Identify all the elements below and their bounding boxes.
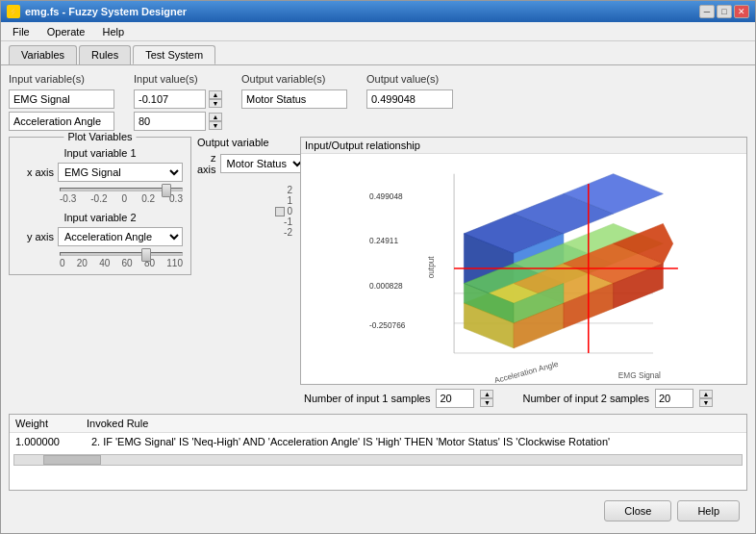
menu-bar: File Operate Help [1, 22, 755, 41]
emg-spin-down[interactable]: ▼ [209, 99, 222, 108]
input2-samples-input[interactable] [655, 389, 693, 408]
chart-svg-container: 0.499048 0.24911 0.000828 -0.250766 [301, 154, 746, 383]
emg-value-input[interactable] [134, 89, 206, 109]
svg-text:0.499048: 0.499048 [369, 192, 403, 201]
accel-spin-down[interactable]: ▼ [209, 121, 222, 130]
chart-svg: 0.499048 0.24911 0.000828 -0.250766 [301, 154, 746, 383]
plot-variables-box: Plot Variables Input variable 1 x axis E… [9, 137, 191, 275]
emg-value-spinner[interactable]: ▲ ▼ [209, 90, 222, 108]
window-controls: ─ □ ✕ [699, 5, 749, 18]
input1-samples-group: Number of input 1 samples ▲ ▼ [304, 389, 493, 408]
accel-spin-up[interactable]: ▲ [209, 113, 222, 121]
input-var2-section: Input variable 2 y axis Acceleration Ang… [17, 212, 183, 268]
plot-variables-title: Plot Variables [63, 131, 136, 142]
x-axis-label: x axis [17, 166, 54, 178]
menu-file[interactable]: File [5, 25, 38, 38]
input-variables-group: Input variable(s) [9, 73, 114, 131]
output-val-row [366, 89, 453, 109]
h-scroll-thumb[interactable] [43, 455, 101, 465]
menu-operate[interactable]: Operate [39, 25, 93, 38]
variables-panel: Input variable(s) Input value(s) ▲ [9, 73, 453, 131]
main-window: ⚡ emg.fs - Fuzzy System Designer ─ □ ✕ F… [0, 0, 756, 534]
tabs-bar: Variables Rules Test System [1, 41, 755, 64]
minimize-button[interactable]: ─ [699, 5, 715, 18]
input1-samples-spinner[interactable]: ▲ ▼ [480, 390, 493, 407]
output-var-input[interactable] [241, 89, 347, 109]
output-value-group: Output value(s) [366, 73, 453, 109]
help-button[interactable]: Help [677, 500, 740, 521]
input1-spin-up[interactable]: ▲ [480, 390, 493, 398]
x-axis-row: x axis EMG Signal Acceleration Angle [17, 163, 183, 182]
right-chart: Input/Output relationship 0.499048 0.249… [300, 137, 747, 408]
y-axis-slider-thumb[interactable] [141, 248, 151, 262]
y-axis-row: y axis Acceleration Angle EMG Signal [17, 227, 183, 246]
scale-indicator [275, 207, 285, 216]
svg-text:0.000828: 0.000828 [369, 282, 403, 291]
x-axis-slider-container: -0.3 -0.2 0 0.2 0.3 [60, 184, 183, 204]
input2-spin-up[interactable]: ▲ [699, 390, 713, 398]
output-z-panel: Output variable z axis Motor Status 2 1 [197, 137, 292, 275]
rules-scroll[interactable]: 1.000000 2. IF 'EMG Signal' IS 'Neq-High… [10, 433, 746, 450]
rules-header: Weight Invoked Rule [10, 415, 746, 433]
title-bar-left: ⚡ emg.fs - Fuzzy System Designer [7, 5, 187, 18]
accel-value-spinner[interactable]: ▲ ▼ [209, 113, 222, 130]
accel-value-row: ▲ ▼ [134, 112, 222, 131]
input1-samples-input[interactable] [436, 389, 474, 408]
accel-value-input[interactable] [134, 112, 206, 131]
z-axis-label: z axis [197, 152, 216, 175]
output-val-input[interactable] [366, 89, 453, 109]
emg-signal-input[interactable] [9, 89, 114, 109]
tab-variables[interactable]: Variables [9, 45, 77, 64]
input2-samples-label: Number of input 2 samples [522, 393, 648, 404]
left-controls: Plot Variables Input variable 1 x axis E… [9, 137, 292, 408]
app-icon: ⚡ [7, 5, 20, 18]
window-close-button[interactable]: ✕ [734, 5, 749, 18]
x-axis-dropdown[interactable]: EMG Signal Acceleration Angle [58, 163, 183, 182]
rule-text-1: 2. IF 'EMG Signal' IS 'Neq-High' AND 'Ac… [91, 436, 610, 447]
output-variable-label: Output variable(s) [241, 73, 347, 85]
content-area: Input variable(s) Input value(s) ▲ [1, 64, 755, 533]
svg-text:-0.250766: -0.250766 [369, 321, 406, 330]
rules-col-rule: Invoked Rule [87, 418, 148, 429]
tab-test-system[interactable]: Test System [133, 45, 215, 64]
tab-rules[interactable]: Rules [79, 45, 131, 64]
rule-row-1: 1.000000 2. IF 'EMG Signal' IS 'Neq-High… [10, 433, 746, 450]
svg-text:EMG Signal: EMG Signal [618, 371, 661, 380]
footer: Close Help [9, 496, 747, 525]
y-axis-label: y axis [17, 231, 54, 242]
rules-scrollbar-container [10, 450, 746, 470]
title-bar: ⚡ emg.fs - Fuzzy System Designer ─ □ ✕ [1, 1, 755, 22]
emg-signal-row [9, 89, 114, 109]
svg-text:output: output [427, 256, 436, 279]
x-axis-slider-track [60, 188, 183, 191]
output-variable-group: Output variable(s) [241, 73, 347, 109]
close-button[interactable]: Close [604, 500, 671, 521]
y-axis-slider-track [60, 252, 183, 256]
svg-text:0.24911: 0.24911 [369, 237, 398, 245]
horizontal-scrollbar[interactable] [13, 454, 743, 466]
input-values-group: Input value(s) ▲ ▼ ▲ ▼ [134, 73, 222, 131]
emg-value-row: ▲ ▼ [134, 89, 222, 109]
input-var2-label: Input variable 2 [17, 212, 183, 223]
z-axis-row: z axis Motor Status [197, 152, 292, 175]
output-var-row [241, 89, 347, 109]
y-axis-dropdown[interactable]: Acceleration Angle EMG Signal [58, 227, 183, 246]
y-axis-labels: 0 20 40 60 80 110 [60, 258, 183, 268]
input2-samples-spinner[interactable]: ▲ ▼ [699, 390, 713, 407]
emg-spin-up[interactable]: ▲ [209, 90, 222, 99]
input1-spin-down[interactable]: ▼ [480, 398, 493, 407]
accel-angle-input[interactable] [9, 112, 114, 131]
rules-section: Weight Invoked Rule 1.000000 2. IF 'EMG … [9, 414, 747, 491]
input-var1-section: Input variable 1 x axis EMG Signal Accel… [17, 147, 183, 204]
input2-spin-down[interactable]: ▼ [699, 398, 713, 407]
x-axis-slider-thumb[interactable] [162, 184, 171, 197]
z-axis-dropdown[interactable]: Motor Status [220, 154, 306, 173]
menu-help[interactable]: Help [94, 25, 132, 38]
input-variables-label: Input variable(s) [9, 73, 114, 85]
output-value-label: Output value(s) [366, 73, 453, 85]
maximize-button[interactable]: □ [717, 5, 732, 18]
input1-samples-label: Number of input 1 samples [304, 393, 430, 404]
samples-row: Number of input 1 samples ▲ ▼ Number of … [300, 389, 747, 408]
chart-area: Input/Output relationship 0.499048 0.249… [300, 137, 747, 385]
rules-col-weight: Weight [15, 418, 48, 429]
